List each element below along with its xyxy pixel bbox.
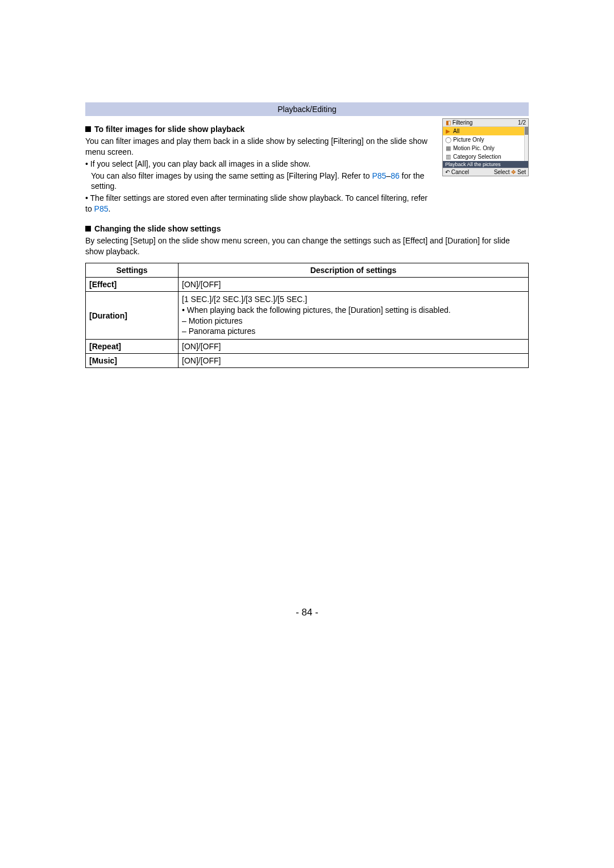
cell-repeat-value: [ON]/[OFF] — [179, 340, 529, 354]
txt: . — [109, 204, 111, 213]
filter-bullet-1: • If you select [All], you can play back… — [85, 159, 435, 170]
scr-item-all: ▶All — [443, 127, 528, 135]
txt: – — [386, 171, 391, 180]
filter-bullet-1a: If you select [All], you can play back a… — [90, 159, 311, 168]
camera-icon: ◯ — [445, 137, 451, 143]
txt: Set — [517, 169, 526, 175]
scr-item-motion: ▦Motion Pic. Only — [443, 144, 528, 152]
video-icon: ▦ — [445, 145, 451, 151]
link-p85-b[interactable]: P85 — [94, 204, 109, 213]
filter-title: To filter images for slide show playback — [85, 124, 435, 135]
settings-title: Changing the slide show settings — [85, 224, 529, 234]
table-header-row: Settings Description of settings — [86, 263, 529, 277]
settings-intro: By selecting [Setup] on the slide show m… — [85, 235, 529, 257]
table-row: [Repeat] [ON]/[OFF] — [86, 340, 529, 354]
filter-bullet-2: • The filter settings are stored even af… — [85, 193, 435, 214]
txt: Picture Only — [453, 137, 484, 143]
scr-cancel: ↶ Cancel — [445, 169, 469, 175]
filter-text-column: To filter images for slide show playback… — [85, 116, 435, 216]
txt: Category Selection — [453, 154, 501, 160]
square-bullet-icon — [85, 226, 91, 232]
category-icon: ▥ — [445, 154, 451, 160]
cell-duration-label: [Duration] — [86, 291, 179, 340]
scr-select-set: Select ✥ Set — [494, 169, 526, 175]
txt: Cancel — [451, 169, 469, 175]
link-p85[interactable]: P85 — [372, 171, 386, 180]
cell-music-label: [Music] — [86, 354, 179, 368]
settings-title-text: Changing the slide show settings — [94, 224, 221, 233]
table-row: [Effect] [ON]/[OFF] — [86, 277, 529, 291]
cell-effect-value: [ON]/[OFF] — [179, 277, 529, 291]
scr-status: Playback All the pictures — [443, 161, 528, 168]
scr-title: ◧ Filtering — [445, 119, 472, 126]
page-number: - 84 - — [85, 607, 529, 618]
scroll-thumb — [525, 127, 528, 135]
dur-panorama: – Panorama pictures — [182, 326, 525, 337]
scr-item-picture: ◯Picture Only — [443, 135, 528, 144]
dur-motion: – Motion pictures — [182, 316, 525, 326]
txt: Select — [494, 169, 510, 175]
txt: You can also filter images by using the … — [91, 171, 372, 180]
scr-title-text: Filtering — [453, 119, 473, 126]
back-icon: ↶ — [445, 169, 450, 175]
th-description: Description of settings — [179, 263, 529, 277]
filter-title-text: To filter images for slide show playback — [94, 125, 244, 134]
table-row: [Duration] [1 SEC.]/[2 SEC.]/[3 SEC.]/[5… — [86, 291, 529, 340]
table-row: [Music] [ON]/[OFF] — [86, 354, 529, 368]
dot-icon: ✥ — [511, 169, 516, 175]
filtering-screenshot: ◧ Filtering 1/2 ▶All ◯Picture Only ▦Moti… — [442, 118, 529, 176]
scrollbar — [524, 127, 528, 161]
txt: The filter settings are stored even afte… — [85, 193, 428, 213]
section-banner: Playback/Editing — [85, 102, 529, 116]
th-settings: Settings — [86, 263, 179, 277]
camera-icon: ◧ — [445, 119, 451, 126]
filter-intro: You can filter images and play them back… — [85, 136, 435, 158]
cell-duration-value: [1 SEC.]/[2 SEC.]/[3 SEC.]/[5 SEC.] • Wh… — [179, 291, 529, 340]
cell-effect-label: [Effect] — [86, 277, 179, 291]
square-bullet-icon — [85, 126, 91, 132]
scr-page: 1/2 — [518, 119, 526, 126]
txt: Motion Pic. Only — [453, 145, 495, 151]
filter-bullet-1b: You can also filter images by using the … — [91, 171, 435, 192]
dur-options: [1 SEC.]/[2 SEC.]/[3 SEC.]/[5 SEC.] — [182, 294, 525, 305]
scr-item-category: ▥Category Selection — [443, 152, 528, 161]
page: Playback/Editing To filter images for sl… — [85, 102, 529, 618]
dur-note: • When playing back the following pictur… — [182, 305, 525, 316]
cell-repeat-label: [Repeat] — [86, 340, 179, 354]
txt: All — [453, 128, 459, 134]
play-icon: ▶ — [445, 128, 451, 134]
settings-table: Settings Description of settings [Effect… — [85, 263, 529, 369]
link-86[interactable]: 86 — [391, 171, 400, 180]
cell-music-value: [ON]/[OFF] — [179, 354, 529, 368]
